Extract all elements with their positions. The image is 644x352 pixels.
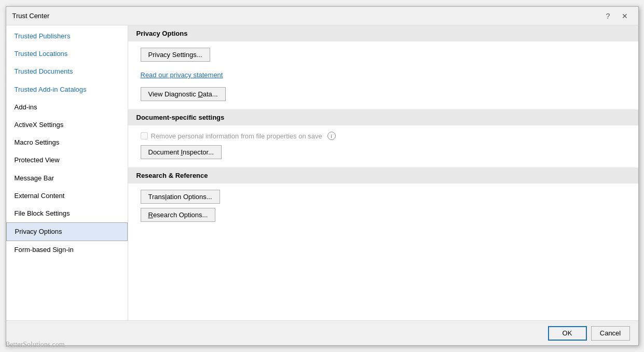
privacy-options-content: Privacy Settings... Read our privacy sta…	[128, 48, 638, 109]
sidebar-item-message-bar[interactable]: Message Bar	[6, 170, 128, 187]
sidebar-item-external-content[interactable]: External Content	[6, 187, 128, 205]
ok-button[interactable]: OK	[548, 326, 587, 341]
privacy-options-header: Privacy Options	[128, 25, 638, 41]
trust-center-dialog: Trust Center ? ✕ Trusted Publishers Trus…	[6, 6, 639, 346]
dialog-body: Trusted Publishers Trusted Locations Tru…	[6, 25, 638, 320]
privacy-settings-button[interactable]: Privacy Settings...	[141, 48, 210, 62]
sidebar-item-macro-settings[interactable]: Macro Settings	[6, 134, 128, 151]
document-specific-content: Remove personal information from file pr…	[128, 132, 638, 167]
research-reference-section: Research & Reference Translation Options…	[128, 167, 638, 230]
sidebar-item-trusted-locations[interactable]: Trusted Locations	[6, 45, 128, 63]
sidebar-item-form-based-sign-in[interactable]: Form-based Sign-in	[6, 241, 128, 259]
sidebar-item-activex-settings[interactable]: ActiveX Settings	[6, 116, 128, 134]
title-bar: Trust Center ? ✕	[6, 7, 638, 25]
cancel-button[interactable]: Cancel	[591, 326, 630, 341]
content-area: Privacy Options Privacy Settings... Read…	[128, 25, 638, 320]
translation-options-button[interactable]: Translation Options...	[141, 190, 220, 204]
sidebar-item-trusted-addin-catalogs[interactable]: Trusted Add-in Catalogs	[6, 81, 128, 98]
title-bar-right: ? ✕	[601, 10, 632, 22]
dialog-title: Trust Center	[12, 12, 50, 20]
info-icon: i	[327, 132, 336, 140]
sidebar-item-trusted-publishers[interactable]: Trusted Publishers	[6, 27, 128, 45]
remove-personal-info-row: Remove personal information from file pr…	[141, 132, 626, 140]
sidebar-item-protected-view[interactable]: Protected View	[6, 151, 128, 169]
footer: OK Cancel	[6, 320, 638, 345]
document-inspector-button[interactable]: Document Inspector...	[141, 145, 222, 159]
remove-personal-info-checkbox[interactable]	[141, 132, 148, 139]
sidebar-item-file-block-settings[interactable]: File Block Settings	[6, 205, 128, 222]
research-reference-header: Research & Reference	[128, 167, 638, 184]
help-button[interactable]: ?	[601, 10, 615, 22]
sidebar-item-add-ins[interactable]: Add-ins	[6, 98, 128, 116]
research-options-button[interactable]: Research Options...	[141, 208, 216, 222]
document-specific-section: Document-specific settings Remove person…	[128, 109, 638, 167]
view-diagnostic-data-button[interactable]: View Diagnostic Data...	[141, 87, 226, 101]
research-reference-content: Translation Options... Research Options.…	[128, 190, 638, 230]
privacy-statement-link[interactable]: Read our privacy statement	[141, 71, 223, 79]
watermark: BetterSolutions.com	[5, 341, 65, 349]
title-bar-left: Trust Center	[12, 12, 50, 20]
document-specific-header: Document-specific settings	[128, 109, 638, 125]
sidebar: Trusted Publishers Trusted Locations Tru…	[6, 25, 128, 320]
remove-personal-info-label: Remove personal information from file pr…	[151, 132, 322, 140]
sidebar-item-trusted-documents[interactable]: Trusted Documents	[6, 63, 128, 80]
close-button[interactable]: ✕	[618, 10, 632, 22]
privacy-options-section: Privacy Options Privacy Settings... Read…	[128, 25, 638, 109]
sidebar-item-privacy-options[interactable]: Privacy Options	[6, 222, 128, 241]
